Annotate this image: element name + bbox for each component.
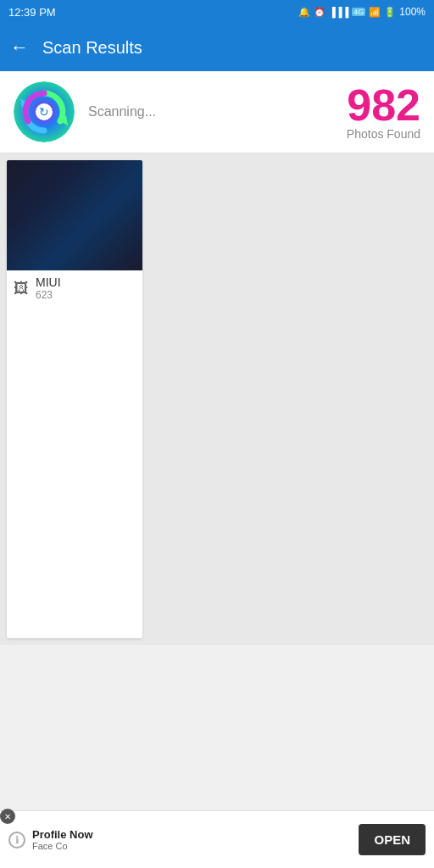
- ad-subtitle: Face Co: [32, 841, 352, 851]
- photos-label: Photos Found: [347, 127, 420, 141]
- battery-icon: 🔋: [384, 7, 396, 18]
- status-icons: 🔔 ⏰ ▐▐▐ 4G 📶 🔋 100%: [298, 6, 426, 18]
- notification-icon: 🔔: [298, 7, 310, 18]
- ad-co-text: Co: [56, 841, 68, 851]
- album-info: 🖼 MIUI 623: [7, 270, 142, 306]
- ad-text-block: Profile Now Face Co: [32, 828, 352, 851]
- ad-banner: ✕ ℹ Profile Now Face Co OPEN: [0, 810, 434, 868]
- status-time: 12:39 PM: [8, 6, 56, 19]
- album-card[interactable]: 🖼 MIUI 623: [7, 160, 142, 638]
- wifi-icon: 📶: [369, 7, 381, 18]
- battery-percent: 100%: [399, 6, 426, 18]
- content-area: 🖼 MIUI 623: [0, 153, 434, 645]
- album-count: 623: [36, 289, 61, 301]
- thumbnail-image: [7, 160, 142, 270]
- photos-found-block: 982 Photos Found: [347, 83, 420, 141]
- ad-close-icon[interactable]: ✕: [0, 809, 15, 824]
- album-thumbnail: [7, 160, 142, 270]
- status-bar: 12:39 PM 🔔 ⏰ ▐▐▐ 4G 📶 🔋 100%: [0, 0, 434, 24]
- folder-icon: 🖼: [14, 280, 29, 298]
- scanning-text: Scanning...: [88, 104, 333, 120]
- ad-right-text: Face: [32, 841, 53, 851]
- ad-open-button[interactable]: OPEN: [359, 824, 426, 855]
- album-name: MIUI: [36, 275, 61, 289]
- photos-count: 982: [347, 83, 420, 127]
- ad-title: Profile Now: [32, 828, 352, 841]
- app-logo: ↻: [14, 81, 75, 142]
- alarm-icon: ⏰: [314, 7, 326, 18]
- signal-icon: ▐▐▐: [329, 7, 348, 17]
- album-meta: MIUI 623: [36, 275, 61, 301]
- svg-text:↻: ↻: [39, 105, 49, 119]
- back-button[interactable]: ←: [10, 36, 29, 58]
- page-title: Scan Results: [42, 38, 142, 58]
- data-icon: 4G: [352, 8, 365, 16]
- toolbar: ← Scan Results: [0, 24, 434, 71]
- scan-info-row: ↻ Scanning... 982 Photos Found: [0, 71, 434, 153]
- ad-info-icon: ℹ: [8, 832, 25, 849]
